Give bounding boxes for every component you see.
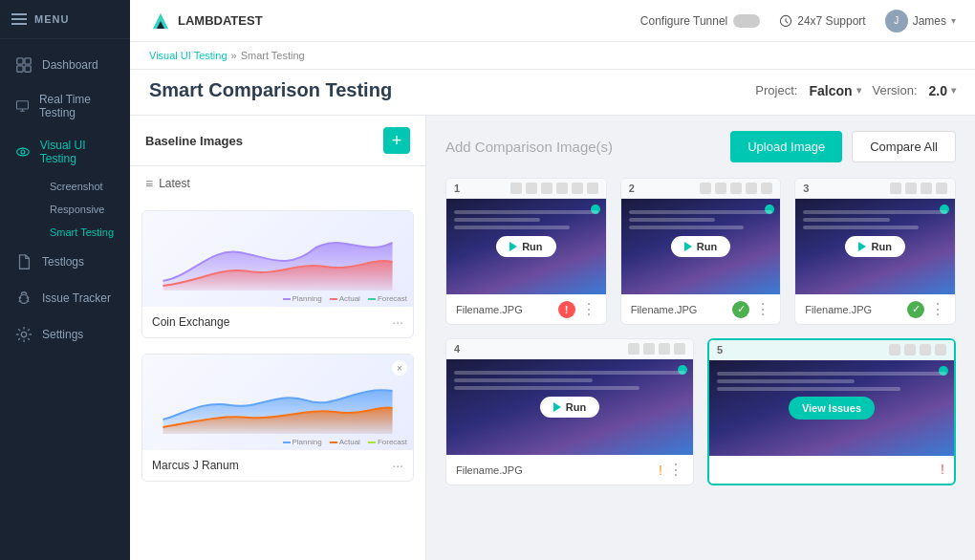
close-icon-2[interactable]: ×: [392, 360, 407, 376]
tool-icon: [541, 183, 552, 194]
sidebar-item-label: Settings: [42, 328, 83, 341]
compare-all-button[interactable]: Compare All: [852, 131, 956, 162]
svg-point-7: [17, 148, 30, 156]
card-tools-1: [510, 183, 598, 194]
preview-lines: [717, 372, 946, 395]
support-link[interactable]: 24x7 Support: [779, 14, 865, 28]
comparison-card-4[interactable]: 4: [445, 338, 694, 485]
breadcrumb-separator: »: [231, 50, 237, 61]
comparison-card-5[interactable]: 5: [707, 338, 956, 485]
view-issues-button[interactable]: View Issues: [789, 397, 875, 420]
tool-icon: [587, 183, 598, 194]
status-icons-4: ! ⋮: [659, 461, 683, 479]
play-icon: [684, 242, 692, 251]
filter-icon: ≡: [145, 176, 153, 191]
coin-exchange-chart: [142, 228, 413, 291]
tool-icon: [643, 343, 655, 355]
more-options-2[interactable]: ⋮: [755, 300, 770, 318]
sidebar-item-dashboard[interactable]: Dashboard: [0, 47, 130, 83]
more-options-3[interactable]: ⋮: [930, 300, 945, 318]
svg-line-10: [19, 297, 22, 298]
run-button-1[interactable]: Run: [496, 236, 555, 257]
tool-icon: [715, 183, 726, 194]
sidebar-item-testlogs[interactable]: Testlogs: [0, 244, 130, 280]
status-icons-5: !: [941, 462, 944, 477]
left-panel-header: Baseline Images +: [130, 116, 425, 166]
svg-line-13: [27, 301, 30, 302]
sidebar-subitem-smart-testing[interactable]: Smart Testing: [42, 221, 130, 244]
status-error-icon: !: [558, 301, 575, 318]
filter-row: ≡ Latest: [130, 166, 425, 201]
card-more-2[interactable]: ···: [392, 458, 403, 473]
card-tools-3: [890, 183, 947, 194]
right-panel-header: Add Comparison Image(s) Upload Image Com…: [445, 131, 956, 162]
sidebar-nav: Dashboard Real Time Testing Visual UI Te…: [0, 39, 130, 560]
project-select[interactable]: Falcon ▾: [809, 83, 860, 98]
sidebar-subitem-responsive[interactable]: Responsive: [42, 198, 130, 221]
card-footer-1: Filename.JPG ! ⋮: [446, 294, 606, 324]
svg-line-11: [27, 297, 30, 298]
right-panel: Add Comparison Image(s) Upload Image Com…: [426, 116, 975, 560]
sidebar-item-label: Visual UI Testing: [40, 139, 115, 165]
card-more-1[interactable]: ···: [392, 314, 403, 330]
baseline-card-img-1: Planning Actual Forecast: [142, 211, 413, 307]
svg-point-8: [21, 150, 25, 154]
comparison-card-3[interactable]: 3: [794, 178, 956, 325]
card-tools-2: [700, 183, 772, 194]
menu-icon[interactable]: [11, 13, 27, 25]
run-button-3[interactable]: Run: [845, 236, 904, 257]
tool-icon: [526, 183, 537, 194]
svg-rect-2: [17, 66, 23, 72]
breadcrumb: Visual UI Testing » Smart Testing: [130, 42, 975, 70]
baseline-card-1[interactable]: Planning Actual Forecast Coin Exchange ·…: [141, 210, 414, 338]
card-preview-4: Run: [446, 359, 693, 455]
tunnel-toggle[interactable]: [733, 14, 760, 28]
baseline-card-2[interactable]: ×: [141, 354, 414, 482]
sidebar-item-issue-tracker[interactable]: Issue Tracker: [0, 280, 130, 316]
more-options-4[interactable]: ⋮: [668, 461, 683, 479]
tool-icon: [510, 183, 522, 194]
card-name-1: Coin Exchange: [152, 315, 229, 329]
card-preview-1: Run: [446, 199, 606, 294]
avatar: J: [885, 10, 908, 32]
svg-rect-0: [17, 58, 23, 64]
status-success-icon: ✓: [907, 301, 924, 318]
bug-icon: [15, 290, 32, 307]
svg-point-9: [20, 294, 29, 303]
add-comparison-title: Add Comparison Image(s): [445, 139, 613, 155]
comparison-card-2[interactable]: 2: [620, 178, 782, 325]
svg-line-12: [19, 301, 22, 302]
main: LAMBDATEST Configure Tunnel 24x7 Support…: [130, 0, 975, 560]
version-select[interactable]: 2.0 ▾: [929, 83, 956, 98]
right-panel-actions: Upload Image Compare All: [730, 131, 956, 162]
sidebar-subitem-screenshot[interactable]: Screenshot: [42, 175, 130, 198]
tool-icon: [904, 344, 916, 355]
card-footer-5: !: [709, 456, 954, 483]
sidebar-item-label: Testlogs: [42, 255, 84, 269]
topbar-right: Configure Tunnel 24x7 Support J James ▾: [640, 10, 956, 32]
tool-icon: [905, 183, 917, 194]
sidebar-item-visual-ui[interactable]: Visual UI Testing: [0, 129, 130, 175]
configure-tunnel[interactable]: Configure Tunnel: [640, 14, 760, 28]
user-menu[interactable]: J James ▾: [885, 10, 956, 32]
sidebar-item-realtime[interactable]: Real Time Testing: [0, 83, 130, 129]
add-baseline-button[interactable]: +: [383, 127, 410, 154]
card-num-2: 2: [629, 183, 635, 194]
svg-rect-4: [16, 101, 28, 109]
card-num-4: 4: [454, 343, 460, 355]
baseline-card-footer-1: Coin Exchange ···: [142, 307, 413, 337]
tool-icon: [674, 343, 685, 355]
run-button-2[interactable]: Run: [671, 236, 730, 257]
card-toolbar-1: 1: [446, 179, 606, 199]
sidebar-item-settings[interactable]: Settings: [0, 316, 130, 353]
upload-image-button[interactable]: Upload Image: [730, 131, 842, 162]
comparison-card-1[interactable]: 1: [445, 178, 607, 325]
file-icon: [15, 253, 32, 270]
svg-rect-3: [25, 66, 31, 72]
run-button-4[interactable]: Run: [540, 397, 599, 418]
card-tools-4: [628, 343, 685, 355]
breadcrumb-parent[interactable]: Visual UI Testing: [149, 50, 228, 61]
grid-icon: [15, 56, 32, 74]
more-options-1[interactable]: ⋮: [581, 300, 596, 318]
status-warn-icon-5: !: [941, 462, 944, 477]
